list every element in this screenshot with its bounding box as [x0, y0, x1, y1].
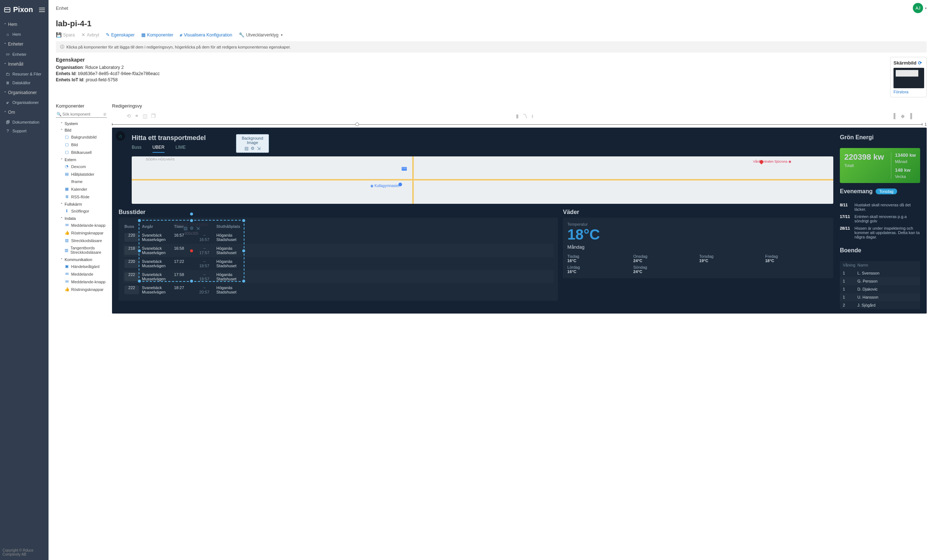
sidebar-section[interactable]: ⌃Enheter — [0, 38, 49, 49]
move-icon[interactable]: ⇲ — [257, 146, 260, 151]
bus-title: Busstider — [119, 209, 558, 215]
refresh-icon[interactable]: ⟳ — [918, 60, 922, 66]
list-item: 8/11Hustaket skall renoveras då det läck… — [840, 203, 920, 211]
component-item[interactable]: ◔Dexcom — [56, 163, 107, 170]
component-item[interactable]: Iframe — [56, 178, 107, 185]
sidebar-item[interactable]: 🗎Datakällor — [0, 78, 49, 87]
move-icon[interactable]: ⇲ — [196, 226, 200, 231]
residents-table: VåningNamn1L. Svensson1G. Persson1D. Dja… — [840, 261, 920, 309]
zoom-slider[interactable]: 1 — [112, 121, 927, 128]
gear-icon[interactable]: ⚙ — [251, 146, 255, 151]
list-item: 28/11Hissen är under inspektering och ko… — [840, 226, 920, 239]
chart-bar-icon[interactable]: ▮ — [516, 113, 519, 119]
component-group[interactable]: ⌃Indata — [56, 215, 107, 221]
component-item[interactable]: ▥Streckkodsläsare — [56, 237, 107, 244]
gear-icon[interactable]: ⚙ — [190, 226, 194, 231]
sidebar-section[interactable]: ⌃Innehåll — [0, 59, 49, 70]
component-item[interactable]: ▥Tangentbords Streckkodsläsare — [56, 244, 107, 256]
component-group[interactable]: ⌃System — [56, 120, 107, 126]
devtools-button[interactable]: 🔧Utvecklarverktyg▾ — [239, 32, 283, 38]
screenshot-thumbnail[interactable] — [894, 68, 924, 88]
component-item[interactable]: ✉Meddelande-knapp — [56, 221, 107, 229]
avatar[interactable]: AJ — [913, 3, 923, 13]
visualize-button[interactable]: ⸙Visualisera Konfiguration — [180, 32, 233, 38]
component-group[interactable]: ⌃Bild — [56, 126, 107, 133]
edit-icon: ✎ — [106, 32, 110, 38]
search-input[interactable] — [56, 111, 107, 117]
preview-canvas: ⌂ Hitta ett transportmedel BussUBERLIME — [112, 128, 927, 314]
align-center-icon[interactable]: ◆ — [901, 113, 905, 119]
sidebar-item[interactable]: ▭Enheter — [0, 49, 49, 59]
home-icon[interactable]: ⌂ — [116, 131, 125, 141]
component-item[interactable]: ▢Bild — [56, 141, 107, 148]
component-item[interactable]: 👍Röstningsknappar — [56, 285, 107, 293]
clear-icon[interactable]: ⎚ — [103, 112, 106, 116]
component-item[interactable]: ▢Bakgrundsbild — [56, 133, 107, 141]
background-image-widget[interactable]: Background Image ▤⚙⇲ — [236, 134, 269, 153]
sidebar-item[interactable]: ⌂Hem — [0, 30, 49, 38]
component-item[interactable]: 👍Röstningsknappar — [56, 229, 107, 237]
sidebar-section[interactable]: ⌃Organisationer — [0, 87, 49, 98]
chart-stats-icon[interactable]: ⫾ — [531, 113, 534, 119]
align-left-icon[interactable]: ▌ — [894, 113, 897, 119]
component-item[interactable]: ▣Händelseåtgärd — [56, 263, 107, 270]
component-group[interactable]: ⌃Kommunikation — [56, 256, 107, 263]
tool-rotate-icon[interactable]: ⟲ — [126, 113, 131, 119]
tool-copy-icon[interactable]: ❐ — [151, 113, 156, 119]
component-item[interactable]: ▤Hållplatstider — [56, 170, 107, 178]
sidebar-section[interactable]: ⌃Om — [0, 107, 49, 118]
tool-crop-icon[interactable]: ◫ — [143, 113, 147, 119]
component-item[interactable]: ℹSnöflingor — [56, 207, 107, 215]
component-group[interactable]: ⌃Fullskärm — [56, 200, 107, 207]
events-badge: Torsdag — [875, 188, 897, 194]
transport-tab[interactable]: UBER — [153, 145, 165, 153]
component-group[interactable]: ⌃Extern — [56, 156, 107, 163]
layers-icon[interactable]: ▤ — [244, 146, 248, 151]
transport-tab[interactable]: LIME — [176, 145, 186, 153]
energy-panel: 220398 kw Totalt 13400 kw Månad 148 kw V… — [840, 148, 920, 183]
tree-icon: ⸙ — [180, 32, 182, 38]
table-row: 1D. Djakovic — [840, 285, 920, 293]
sidebar-item[interactable]: 🗀Resurser & Filer — [0, 70, 49, 78]
selection-box[interactable]: Transit Timetable ▤⚙⇲ 600x305 — [139, 220, 244, 282]
sidebar-item[interactable]: ⸙Organisationer — [0, 98, 49, 107]
enlarge-link[interactable]: Förstora — [894, 90, 923, 94]
copyright: Copyright © Rduce Complexity AB — [0, 545, 49, 560]
grid-icon: ▦ — [141, 32, 146, 38]
weather-title: Väder — [563, 209, 833, 215]
save-button[interactable]: 💾Spara — [56, 32, 75, 38]
table-row: 2J. Sjögård — [840, 301, 920, 309]
hamburger-icon[interactable] — [39, 8, 45, 12]
component-item[interactable]: ≣RSS-flöde — [56, 193, 107, 200]
component-item[interactable]: ✉Meddelande — [56, 270, 107, 278]
info-icon: ⓘ — [60, 44, 64, 49]
screenshot-panel: Skärmbild⟳ Förstora — [890, 57, 927, 97]
transport-tab[interactable]: Buss — [132, 145, 142, 153]
topbar: Enhet AJ ▾ — [49, 0, 934, 13]
component-item[interactable]: ▢Bildkarusell — [56, 148, 107, 156]
sidebar-item[interactable]: ?Support — [0, 126, 49, 135]
events-list: 8/11Hustaket skall renoveras då det läck… — [840, 203, 920, 242]
properties-button[interactable]: ✎Egenskaper — [106, 32, 135, 38]
cancel-button[interactable]: ✕Avbryt — [82, 32, 99, 38]
sidebar: Pixon ⌃Hem⌂Hem⌃Enheter▭Enheter⌃Innehåll🗀… — [0, 0, 49, 560]
layers-icon[interactable]: ▤ — [183, 226, 188, 231]
wrench-icon: 🔧 — [239, 32, 244, 38]
components-panel: Komponenter 🔍 ⎚ ⌃System⌃Bild▢Bakgrundsbi… — [56, 103, 107, 314]
sidebar-item[interactable]: 🗐Dokumentation — [0, 118, 49, 126]
table-row: 222Svanebäck Musselvägen18:27→20:57Högan… — [123, 283, 553, 296]
component-search: 🔍 ⎚ — [56, 111, 107, 118]
components-button[interactable]: ▦Komponenter — [141, 32, 173, 38]
sidebar-section[interactable]: ⌃Hem — [0, 19, 49, 30]
editor-panel: Redigeringsvy ⟲ ⚭ ◫ ❐ ▮ 〽 ⫾ — [112, 103, 927, 314]
breadcrumb: Enhet — [56, 5, 68, 11]
align-right-icon[interactable]: ▐ — [908, 113, 912, 119]
energy-title: Grön Energi — [840, 134, 920, 141]
tool-link-icon[interactable]: ⚭ — [135, 113, 139, 119]
component-item[interactable]: ✉Meddelande-knapp — [56, 278, 107, 285]
properties-panel: Egenskaper Organisation: Rduce Laborator… — [56, 57, 160, 83]
chart-line-icon[interactable]: 〽 — [522, 113, 527, 119]
map[interactable]: ◉ Kullagymnasiet Vårdcentralen Sjöcrona … — [132, 156, 833, 204]
chevron-down-icon[interactable]: ▾ — [925, 6, 927, 10]
component-item[interactable]: ▦Kalender — [56, 185, 107, 193]
